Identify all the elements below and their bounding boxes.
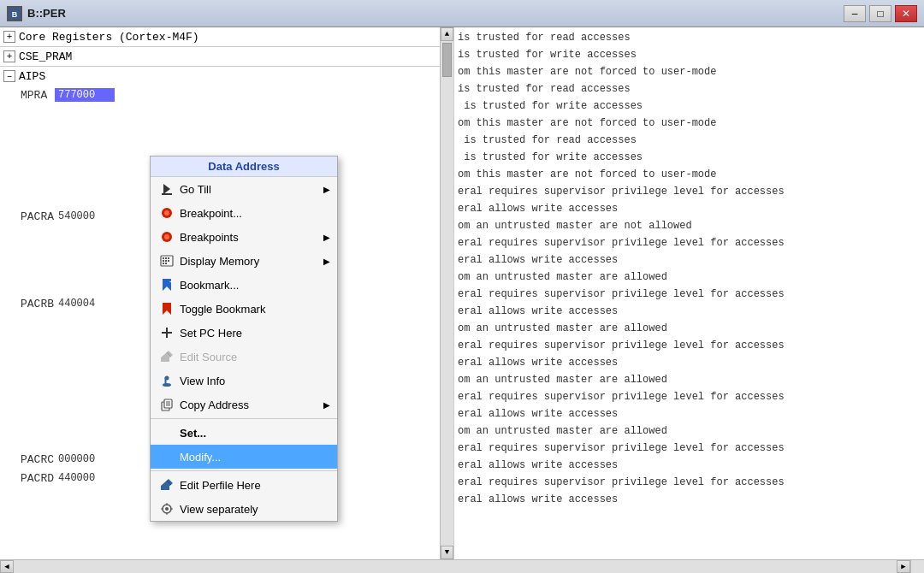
context-menu: Data Address Go Till ▶ Breakpoint... bbox=[150, 156, 338, 522]
svg-point-5 bbox=[164, 210, 169, 216]
minimize-button[interactable]: – bbox=[844, 5, 866, 22]
copy-address-icon bbox=[157, 396, 176, 413]
view-separately-icon bbox=[157, 500, 176, 517]
desc-line-26: eral allows write accesses bbox=[458, 457, 921, 474]
context-menu-item-bookmark[interactable]: + Bookmark... bbox=[151, 273, 337, 297]
toggle-bookmark-icon bbox=[157, 300, 176, 317]
context-menu-item-breakpoints[interactable]: Breakpoints ▶ bbox=[151, 225, 337, 249]
scroll-thumb[interactable] bbox=[442, 43, 452, 77]
display-memory-arrow: ▶ bbox=[323, 257, 330, 266]
svg-rect-12 bbox=[163, 260, 164, 262]
title-bar: B B::PER – □ ✕ bbox=[0, 0, 924, 27]
edit-source-label: Edit Source bbox=[180, 351, 330, 363]
view-info-icon bbox=[157, 372, 176, 389]
context-menu-item-copy-address[interactable]: Copy Address ▶ bbox=[151, 393, 337, 416]
description-panel: is trusted for read accesses is trusted … bbox=[453, 27, 924, 559]
context-menu-item-view-separately[interactable]: View separately bbox=[151, 497, 337, 521]
svg-rect-15 bbox=[163, 263, 164, 264]
desc-line-10: eral requires supervisor privilege level… bbox=[458, 183, 921, 200]
horizontal-scrollbar[interactable]: ◀ ▶ bbox=[0, 559, 924, 573]
svg-rect-14 bbox=[168, 260, 169, 262]
bookmark-add-icon: + bbox=[157, 276, 176, 293]
svg-rect-10 bbox=[165, 257, 167, 259]
desc-line-19: eral requires supervisor privilege level… bbox=[458, 337, 921, 354]
register-panel: + Core Registers (Cortex-M4F) + CSE_PRAM… bbox=[0, 27, 440, 559]
context-menu-item-set-pc-here[interactable]: Set PC Here bbox=[151, 321, 337, 345]
svg-rect-26 bbox=[165, 377, 167, 384]
desc-line-18: om an untrusted master are allowed bbox=[458, 320, 921, 337]
view-info-label: View Info bbox=[180, 375, 330, 387]
context-menu-overlay: Data Address Go Till ▶ Breakpoint... bbox=[0, 27, 440, 559]
svg-rect-9 bbox=[163, 257, 164, 259]
context-menu-item-edit-source[interactable]: Edit Source bbox=[151, 345, 337, 369]
svg-point-27 bbox=[163, 383, 171, 387]
context-menu-header: Data Address bbox=[151, 157, 337, 177]
desc-line-13: eral requires supervisor privilege level… bbox=[458, 234, 921, 251]
desc-line-9: om this master are not forced to user-mo… bbox=[458, 166, 921, 183]
breakpoint-label: Breakpoint... bbox=[180, 207, 330, 220]
context-menu-item-go-till[interactable]: Go Till ▶ bbox=[151, 177, 337, 201]
set-pc-icon bbox=[157, 324, 176, 341]
modify-icon bbox=[157, 448, 176, 465]
desc-line-2: is trusted for write accesses bbox=[458, 46, 921, 63]
context-menu-item-modify[interactable]: Modify... bbox=[151, 445, 337, 469]
modify-label: Modify... bbox=[180, 451, 330, 464]
breakpoints-icon bbox=[157, 228, 176, 245]
context-menu-item-display-memory[interactable]: Display Memory ▶ bbox=[151, 249, 337, 273]
desc-line-20: eral allows write accesses bbox=[458, 354, 921, 371]
svg-rect-13 bbox=[165, 260, 167, 262]
app-title: B::PER bbox=[27, 7, 844, 20]
svg-marker-2 bbox=[163, 184, 170, 194]
scroll-left-button[interactable]: ◀ bbox=[0, 560, 14, 573]
desc-line-22: eral requires supervisor privilege level… bbox=[458, 388, 921, 405]
set-icon bbox=[157, 424, 176, 441]
desc-line-25: eral requires supervisor privilege level… bbox=[458, 440, 921, 457]
desc-line-24: om an untrusted master are allowed bbox=[458, 422, 921, 440]
maximize-button[interactable]: □ bbox=[869, 5, 891, 22]
breakpoints-arrow: ▶ bbox=[323, 233, 330, 242]
main-content: + Core Registers (Cortex-M4F) + CSE_PRAM… bbox=[0, 27, 924, 559]
svg-point-37 bbox=[165, 507, 169, 511]
go-till-arrow: ▶ bbox=[323, 185, 330, 194]
copy-address-arrow: ▶ bbox=[323, 400, 330, 410]
edit-source-icon bbox=[157, 348, 176, 365]
set-pc-here-label: Set PC Here bbox=[180, 327, 330, 340]
desc-line-5: is trusted for write accesses bbox=[458, 97, 921, 115]
desc-line-27: eral requires supervisor privilege level… bbox=[458, 474, 921, 491]
desc-line-6: om this master are not forced to user-mo… bbox=[458, 115, 921, 132]
copy-address-label: Copy Address bbox=[180, 399, 320, 411]
desc-line-16: eral requires supervisor privilege level… bbox=[458, 286, 921, 303]
toggle-bookmark-label: Toggle Bookmark bbox=[180, 303, 330, 316]
go-till-label: Go Till bbox=[180, 183, 320, 196]
display-memory-label: Display Memory bbox=[180, 255, 320, 268]
edit-perfile-here-label: Edit Perfile Here bbox=[180, 479, 330, 492]
desc-line-17: eral allows write accesses bbox=[458, 303, 921, 320]
scroll-right-button[interactable]: ▶ bbox=[897, 560, 910, 573]
svg-text:B: B bbox=[12, 10, 18, 19]
context-menu-item-set[interactable]: Set... bbox=[151, 421, 337, 445]
desc-line-15: om an untrusted master are allowed bbox=[458, 269, 921, 286]
h-scroll-track bbox=[14, 560, 897, 573]
svg-text:+: + bbox=[169, 278, 174, 286]
breakpoint-icon bbox=[157, 204, 176, 222]
context-menu-item-toggle-bookmark[interactable]: Toggle Bookmark bbox=[151, 297, 337, 321]
desc-line-7: is trusted for read accesses bbox=[458, 132, 921, 149]
desc-line-8: is trusted for write accesses bbox=[458, 149, 921, 166]
set-label: Set... bbox=[180, 427, 330, 440]
context-menu-item-view-info[interactable]: View Info bbox=[151, 369, 337, 393]
app-icon: B bbox=[7, 6, 22, 21]
svg-rect-16 bbox=[165, 263, 167, 264]
context-menu-item-edit-perfile-here[interactable]: Edit Perfile Here bbox=[151, 473, 337, 497]
scroll-down-button[interactable]: ▼ bbox=[441, 546, 453, 559]
vertical-scrollbar[interactable]: ▲ ▼ bbox=[440, 27, 453, 559]
scroll-up-button[interactable]: ▲ bbox=[441, 27, 453, 41]
desc-line-14: eral allows write accesses bbox=[458, 251, 921, 269]
desc-line-23: eral allows write accesses bbox=[458, 405, 921, 422]
desc-line-4: is trusted for read accesses bbox=[458, 80, 921, 97]
context-menu-item-breakpoint[interactable]: Breakpoint... bbox=[151, 201, 337, 225]
desc-line-12: om an untrusted master are not allowed bbox=[458, 217, 921, 234]
window-controls: – □ ✕ bbox=[844, 5, 917, 22]
close-button[interactable]: ✕ bbox=[895, 5, 917, 22]
context-menu-divider-1 bbox=[151, 418, 337, 419]
breakpoints-label: Breakpoints bbox=[180, 231, 320, 244]
